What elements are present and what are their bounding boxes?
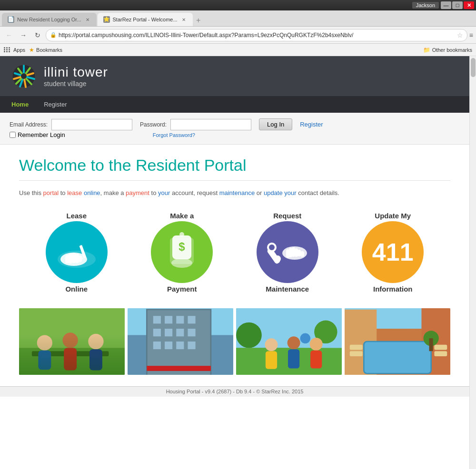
- svg-rect-61: [176, 342, 184, 349]
- address-input-wrap[interactable]: 🔒 https://portal.campushousing.com/ILLIN…: [46, 29, 467, 41]
- text-your: your: [158, 189, 170, 196]
- close-button[interactable]: ✕: [464, 1, 474, 9]
- svg-rect-44: [64, 348, 77, 370]
- svg-rect-79: [364, 342, 431, 373]
- photo-gallery: [19, 308, 450, 375]
- login-area: Email Address: Password: Log In Register…: [0, 113, 469, 145]
- tab-2[interactable]: ⭐ StarRez Portal - Welcome... ✕: [98, 13, 193, 26]
- site-title: illini tower student village: [44, 65, 108, 88]
- svg-point-45: [88, 334, 103, 349]
- forgot-link[interactable]: Forgot Password?: [153, 132, 195, 138]
- minimize-button[interactable]: —: [441, 1, 451, 9]
- maximize-button[interactable]: □: [452, 1, 463, 9]
- text-online: online: [84, 189, 100, 196]
- apps-bookmark[interactable]: Apps: [4, 47, 25, 53]
- svg-rect-71: [288, 349, 299, 368]
- text-maintenance: maintenance: [219, 189, 255, 196]
- feature-update[interactable]: Update My 411 Information: [350, 212, 436, 293]
- bookmarks-item[interactable]: ★ Bookmarks: [29, 47, 62, 53]
- photo-3: [236, 308, 342, 375]
- svg-point-29: [269, 244, 275, 250]
- svg-point-30: [274, 255, 281, 262]
- feature-maintenance[interactable]: Request: [245, 212, 330, 293]
- feature-lease[interactable]: Lease: [34, 212, 119, 293]
- address-bar-row: ← → ↻ 🔒 https://portal.campushousing.com…: [0, 27, 476, 44]
- feature-payment[interactable]: Make a $: [139, 212, 225, 293]
- svg-rect-39: [19, 348, 125, 375]
- login-button[interactable]: Log In: [259, 118, 292, 130]
- svg-rect-53: [176, 316, 184, 323]
- site-main-name: illini tower: [44, 65, 108, 80]
- maintenance-circle: [257, 221, 318, 283]
- site-header: illini tower student village: [0, 56, 469, 96]
- tab-2-close[interactable]: ✕: [180, 16, 187, 23]
- scrollbar-track[interactable]: [469, 56, 476, 469]
- svg-point-70: [288, 336, 300, 349]
- svg-rect-20: [75, 254, 79, 263]
- update-411-text: 411: [372, 240, 414, 264]
- svg-rect-37: [300, 251, 304, 257]
- other-bookmarks-label: Other bookmarks: [432, 47, 472, 53]
- text-this: this: [32, 189, 41, 196]
- svg-rect-82: [350, 351, 363, 356]
- svg-rect-63: [147, 366, 211, 371]
- scrollbar-thumb[interactable]: [471, 58, 476, 77]
- apps-grid-icon: [4, 47, 10, 52]
- reload-button[interactable]: ↻: [31, 29, 44, 41]
- svg-rect-81: [350, 345, 363, 350]
- tab-2-label: StarRez Portal - Welcome...: [113, 17, 178, 22]
- address-text: https://portal.campushousing.com/ILLINOI…: [59, 32, 455, 39]
- password-input[interactable]: [170, 119, 251, 130]
- email-input[interactable]: [51, 119, 132, 130]
- photo-2: [128, 308, 233, 375]
- svg-rect-57: [176, 329, 184, 336]
- svg-rect-62: [188, 342, 195, 349]
- lease-circle: [46, 221, 108, 283]
- tab-1-favicon: 📄: [8, 16, 14, 23]
- svg-rect-35: [295, 248, 298, 257]
- svg-point-12: [21, 73, 27, 79]
- window-controls: — □ ✕: [441, 1, 474, 9]
- svg-rect-21: [79, 255, 82, 262]
- ssl-lock-icon: 🔒: [50, 32, 57, 38]
- svg-rect-83: [434, 345, 447, 350]
- tab-1-close[interactable]: ✕: [84, 16, 91, 23]
- payment-circle: $: [151, 221, 213, 283]
- svg-point-68: [265, 338, 278, 351]
- photo-4: [345, 308, 450, 375]
- remember-checkbox[interactable]: [10, 132, 16, 138]
- svg-rect-46: [89, 349, 102, 370]
- svg-rect-51: [153, 316, 161, 323]
- back-button[interactable]: ←: [3, 29, 15, 41]
- lease-label-top: Lease: [66, 212, 87, 220]
- text-your2: your: [284, 189, 296, 196]
- register-link[interactable]: Register: [300, 121, 323, 128]
- svg-point-72: [310, 338, 323, 351]
- maintenance-icon: [261, 233, 314, 271]
- bookmark-star-icon[interactable]: ☆: [457, 31, 463, 39]
- photo-4-img: [345, 308, 450, 375]
- tab-1-label: New Resident Logging Or...: [17, 17, 81, 22]
- email-label: Email Address:: [10, 121, 48, 128]
- forward-button[interactable]: →: [17, 29, 30, 41]
- bookmarks-label: Bookmarks: [36, 47, 62, 53]
- svg-point-24: [179, 232, 184, 237]
- feature-icons-row: Lease: [19, 212, 450, 293]
- svg-rect-42: [38, 351, 51, 370]
- welcome-divider: [19, 180, 450, 181]
- new-tab-button[interactable]: +: [193, 15, 204, 26]
- photo-1: [19, 308, 125, 375]
- nav-home[interactable]: Home: [4, 96, 36, 113]
- browser-content: illini tower student village Home Regist…: [0, 56, 469, 469]
- other-bookmarks[interactable]: 📁 Other bookmarks: [423, 47, 472, 53]
- svg-rect-40: [32, 351, 109, 356]
- apps-label: Apps: [13, 47, 25, 53]
- text-portal: portal: [43, 189, 59, 196]
- svg-rect-34: [292, 247, 295, 257]
- update-label-bottom: Information: [373, 285, 413, 293]
- svg-rect-18: [69, 253, 72, 264]
- browser-menu-icon[interactable]: ≡: [469, 31, 473, 39]
- svg-rect-59: [153, 342, 161, 349]
- nav-register[interactable]: Register: [36, 96, 74, 113]
- tab-1[interactable]: 📄 New Resident Logging Or... ✕: [2, 13, 97, 26]
